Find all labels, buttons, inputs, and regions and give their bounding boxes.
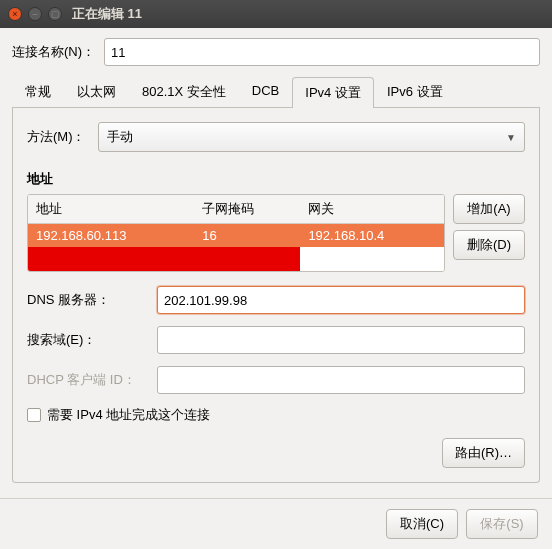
dns-input[interactable] <box>157 286 525 314</box>
dhcp-client-id-label: DHCP 客户端 ID： <box>27 371 157 389</box>
delete-button[interactable]: 删除(D) <box>453 230 525 260</box>
add-button[interactable]: 增加(A) <box>453 194 525 224</box>
col-address: 地址 <box>28 195 194 224</box>
col-netmask: 子网掩码 <box>194 195 300 224</box>
table-row[interactable]: 192.168.60.113 16 192.168.10.4 <box>28 224 444 248</box>
search-domain-input[interactable] <box>157 326 525 354</box>
save-button: 保存(S) <box>466 509 538 539</box>
chevron-down-icon: ▼ <box>506 132 516 143</box>
require-ipv4-label: 需要 IPv4 地址完成这个连接 <box>47 406 210 424</box>
tab-general[interactable]: 常规 <box>12 76 64 107</box>
dns-label: DNS 服务器： <box>27 291 157 309</box>
connection-name-input[interactable] <box>104 38 540 66</box>
tab-dcb[interactable]: DCB <box>239 76 292 107</box>
tabs: 常规 以太网 802.1X 安全性 DCB IPv4 设置 IPv6 设置 <box>12 76 540 108</box>
require-ipv4-checkbox[interactable] <box>27 408 41 422</box>
dhcp-client-id-input <box>157 366 525 394</box>
search-domain-label: 搜索域(E)： <box>27 331 157 349</box>
tab-ipv6[interactable]: IPv6 设置 <box>374 76 456 107</box>
routes-button[interactable]: 路由(R)… <box>442 438 525 468</box>
address-section-title: 地址 <box>27 170 525 188</box>
window-controls: × – ▢ <box>8 7 62 21</box>
tab-panel-ipv4: 方法(M)： 手动 ▼ 地址 地址 子网掩码 网关 <box>12 108 540 483</box>
window-titlebar: × – ▢ 正在编辑 11 <box>0 0 552 28</box>
tab-ipv4[interactable]: IPv4 设置 <box>292 77 374 108</box>
table-row-editing[interactable] <box>28 247 444 271</box>
cancel-button[interactable]: 取消(C) <box>386 509 458 539</box>
close-icon[interactable]: × <box>8 7 22 21</box>
maximize-icon[interactable]: ▢ <box>48 7 62 21</box>
connection-name-label: 连接名称(N)： <box>12 43 104 61</box>
tab-8021x[interactable]: 802.1X 安全性 <box>129 76 239 107</box>
address-table[interactable]: 地址 子网掩码 网关 192.168.60.113 16 192.168.10.… <box>27 194 445 272</box>
dialog-footer: 取消(C) 保存(S) <box>0 498 552 549</box>
tab-ethernet[interactable]: 以太网 <box>64 76 129 107</box>
window-title: 正在编辑 11 <box>72 5 142 23</box>
method-select[interactable]: 手动 ▼ <box>98 122 526 152</box>
method-label: 方法(M)： <box>27 128 86 146</box>
minimize-icon[interactable]: – <box>28 7 42 21</box>
method-value: 手动 <box>107 128 133 146</box>
col-gateway: 网关 <box>300 195 444 224</box>
